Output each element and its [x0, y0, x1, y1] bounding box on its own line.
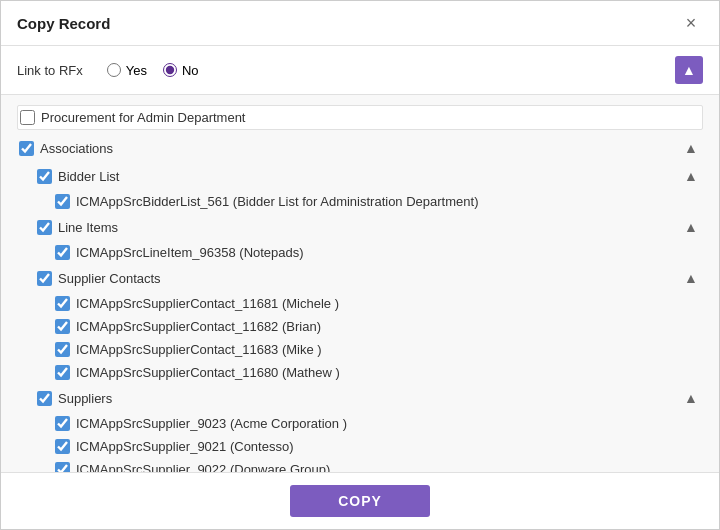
supplier-contact-4-checkbox[interactable] [55, 365, 70, 380]
supplier-1-label: ICMAppSrcSupplier_9023 (Acme Corporation… [76, 416, 701, 431]
line-items-collapse-button[interactable]: ▲ [681, 217, 701, 237]
list-item: ICMAppSrcSupplier_9021 (Contesso) [53, 435, 703, 458]
radio-yes-item[interactable]: Yes [107, 63, 147, 78]
radio-no-item[interactable]: No [163, 63, 199, 78]
supplier-1-checkbox[interactable] [55, 416, 70, 431]
bidder-list-collapse-button[interactable]: ▲ [681, 166, 701, 186]
suppliers-section: Suppliers ▲ ICMAppSrcSupplier_9023 (Acme… [35, 384, 703, 472]
collapse-all-icon: ▲ [682, 62, 696, 78]
list-item: ICMAppSrcSupplierContact_11682 (Brian) [53, 315, 703, 338]
dialog-body: Procurement for Admin Department Associa… [1, 95, 719, 472]
associations-section-header: Associations ▲ [17, 134, 703, 162]
suppliers-checkbox[interactable] [37, 391, 52, 406]
supplier-contacts-checkbox[interactable] [37, 271, 52, 286]
supplier-contact-2-checkbox[interactable] [55, 319, 70, 334]
bidder-list-header: Bidder List ▲ [35, 162, 703, 190]
link-rfx-radio-group: Yes No [107, 63, 659, 78]
copy-record-dialog: Copy Record × Link to RFx Yes No ▲ Procu… [0, 0, 720, 530]
supplier-contacts-header: Supplier Contacts ▲ [35, 264, 703, 292]
line-items-header: Line Items ▲ [35, 213, 703, 241]
suppliers-header: Suppliers ▲ [35, 384, 703, 412]
list-item: ICMAppSrcSupplier_9023 (Acme Corporation… [53, 412, 703, 435]
link-rfx-label: Link to RFx [17, 63, 83, 78]
associations-label: Associations [40, 141, 681, 156]
bidder-list-section: Bidder List ▲ ICMAppSrcBidderList_561 (B… [35, 162, 703, 213]
dialog-header: Copy Record × [1, 1, 719, 46]
line-item-1-label: ICMAppSrcLineItem_96358 (Notepads) [76, 245, 701, 260]
bidder-list-items: ICMAppSrcBidderList_561 (Bidder List for… [53, 190, 703, 213]
radio-no-input[interactable] [163, 63, 177, 77]
bidder-item-1-label: ICMAppSrcBidderList_561 (Bidder List for… [76, 194, 701, 209]
radio-no-label: No [182, 63, 199, 78]
supplier-contact-2-label: ICMAppSrcSupplierContact_11682 (Brian) [76, 319, 701, 334]
supplier-contact-4-label: ICMAppSrcSupplierContact_11680 (Mathew ) [76, 365, 701, 380]
line-items-label: Line Items [58, 220, 681, 235]
suppliers-collapse-button[interactable]: ▲ [681, 388, 701, 408]
supplier-contacts-label: Supplier Contacts [58, 271, 681, 286]
suppliers-label: Suppliers [58, 391, 681, 406]
root-item: Procurement for Admin Department [17, 105, 703, 130]
supplier-contacts-section: Supplier Contacts ▲ ICMAppSrcSupplierCon… [35, 264, 703, 384]
supplier-contacts-collapse-button[interactable]: ▲ [681, 268, 701, 288]
supplier-3-checkbox[interactable] [55, 462, 70, 472]
supplier-contact-3-checkbox[interactable] [55, 342, 70, 357]
supplier-3-label: ICMAppSrcSupplier_9022 (Donware Group) [76, 462, 701, 472]
supplier-2-checkbox[interactable] [55, 439, 70, 454]
list-item: ICMAppSrcSupplierContact_11683 (Mike ) [53, 338, 703, 361]
supplier-contact-1-checkbox[interactable] [55, 296, 70, 311]
supplier-2-label: ICMAppSrcSupplier_9021 (Contesso) [76, 439, 701, 454]
supplier-contacts-list: ICMAppSrcSupplierContact_11681 (Michele … [53, 292, 703, 384]
supplier-contact-1-label: ICMAppSrcSupplierContact_11681 (Michele … [76, 296, 701, 311]
list-item: ICMAppSrcSupplierContact_11681 (Michele … [53, 292, 703, 315]
bidder-item-1-checkbox[interactable] [55, 194, 70, 209]
line-item-1-checkbox[interactable] [55, 245, 70, 260]
dialog-footer: COPY [1, 472, 719, 529]
dialog-toolbar: Link to RFx Yes No ▲ [1, 46, 719, 95]
line-items-list: ICMAppSrcLineItem_96358 (Notepads) [53, 241, 703, 264]
close-button[interactable]: × [679, 11, 703, 35]
line-items-checkbox[interactable] [37, 220, 52, 235]
list-item: ICMAppSrcBidderList_561 (Bidder List for… [53, 190, 703, 213]
root-item-label: Procurement for Admin Department [41, 110, 700, 125]
supplier-contact-3-label: ICMAppSrcSupplierContact_11683 (Mike ) [76, 342, 701, 357]
collapse-all-button[interactable]: ▲ [675, 56, 703, 84]
bidder-list-checkbox[interactable] [37, 169, 52, 184]
line-items-section: Line Items ▲ ICMAppSrcLineItem_96358 (No… [35, 213, 703, 264]
suppliers-list: ICMAppSrcSupplier_9023 (Acme Corporation… [53, 412, 703, 472]
associations-collapse-button[interactable]: ▲ [681, 138, 701, 158]
list-item: ICMAppSrcSupplier_9022 (Donware Group) [53, 458, 703, 472]
root-checkbox[interactable] [20, 110, 35, 125]
list-item: ICMAppSrcLineItem_96358 (Notepads) [53, 241, 703, 264]
dialog-title: Copy Record [17, 15, 110, 32]
radio-yes-input[interactable] [107, 63, 121, 77]
radio-yes-label: Yes [126, 63, 147, 78]
copy-button[interactable]: COPY [290, 485, 430, 517]
list-item: ICMAppSrcSupplierContact_11680 (Mathew ) [53, 361, 703, 384]
associations-checkbox[interactable] [19, 141, 34, 156]
bidder-list-label: Bidder List [58, 169, 681, 184]
